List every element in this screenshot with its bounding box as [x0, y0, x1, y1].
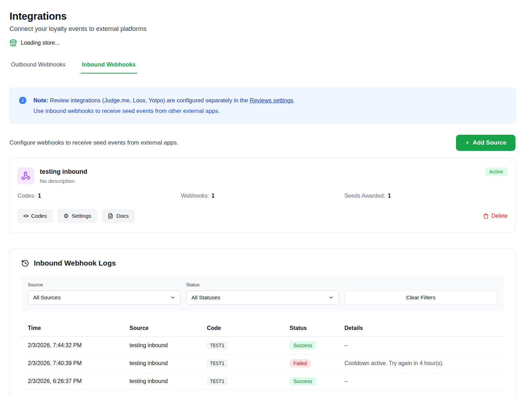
tab-outbound-webhooks[interactable]: Outbound Webhooks — [10, 61, 67, 74]
info-banner-text: Note: Review integrations (Judge.me, Loo… — [33, 95, 295, 116]
column-header-time: Time — [21, 321, 129, 337]
info-banner-line2: Use inbound webhooks to receive seed eve… — [33, 106, 295, 116]
info-banner-line1: Note: Review integrations (Judge.me, Loo… — [33, 95, 295, 106]
source-filter: Source All Sources — [28, 282, 180, 305]
source-stats-row: Codes:1 Webhooks:1 Seeds Awarded:1 — [17, 193, 508, 199]
add-source-button[interactable]: + Add Source — [456, 135, 515, 151]
webhook-icon-box — [17, 167, 34, 184]
status-badge: Active — [485, 167, 508, 176]
settings-button[interactable]: ⚙ Settings — [57, 209, 97, 223]
stat-codes-label: Codes: — [18, 193, 36, 199]
log-details: Cooldown active. Try again in 4 hour(s). — [344, 355, 504, 372]
plus-icon: + — [465, 139, 469, 147]
webhook-icon — [21, 171, 30, 180]
configure-row: Configure webhooks to receive seed event… — [10, 135, 515, 151]
chevron-down-icon — [329, 295, 334, 300]
info-banner: i Note: Review integrations (Judge.me, L… — [10, 88, 515, 123]
log-details: – — [344, 372, 504, 390]
docs-button[interactable]: Docs — [102, 209, 134, 223]
source-card: testing inbound No description Active Co… — [10, 158, 515, 232]
logs-title: Inbound Webhook Logs — [34, 259, 116, 267]
store-loading-row: Loading store... — [10, 39, 515, 46]
inbound-webhook-logs-card: Inbound Webhook Logs Source All Sources … — [10, 248, 515, 395]
stat-codes: Codes:1 — [18, 193, 181, 199]
column-header-source: Source — [129, 321, 207, 337]
log-time: 2/3/2026, 7:40:39 PM — [21, 355, 129, 372]
table-row: Success — [21, 390, 504, 395]
log-details — [344, 390, 504, 395]
log-source: testing inbound — [129, 337, 207, 355]
page-title: Integrations — [10, 11, 515, 22]
status-filter: Status All Statuses — [186, 282, 339, 305]
store-loading-text: Loading store... — [21, 40, 59, 46]
add-source-label: Add Source — [473, 139, 506, 146]
source-card-header: testing inbound No description Active — [17, 167, 508, 184]
source-name: testing inbound — [40, 168, 87, 176]
configure-text: Configure webhooks to receive seed event… — [10, 139, 178, 146]
gear-icon: ⚙ — [63, 212, 69, 220]
column-header-details: Details — [344, 321, 504, 337]
info-icon: i — [19, 97, 26, 104]
stat-seeds-awarded-label: Seeds Awarded: — [344, 193, 385, 199]
reviews-settings-link[interactable]: Reviews settings — [250, 97, 293, 103]
delete-button[interactable]: Delete — [483, 213, 508, 219]
log-code-badge: TEST1 — [207, 377, 228, 385]
stat-webhooks: Webhooks:1 — [181, 193, 344, 199]
codes-button[interactable]: <> Codes — [17, 209, 53, 223]
column-header-status: Status — [290, 321, 344, 337]
log-source: testing inbound — [129, 355, 207, 372]
log-time: 2/3/2026, 6:26:37 PM — [21, 372, 129, 390]
clear-filters-col: Clear Filters — [344, 282, 497, 305]
tab-inbound-webhooks[interactable]: Inbound Webhooks — [81, 61, 137, 74]
note-suffix: . — [293, 97, 295, 103]
status-filter-value: All Statuses — [191, 294, 220, 301]
log-source: testing inbound — [129, 372, 207, 390]
log-details: – — [344, 337, 504, 355]
table-row: 2/3/2026, 7:44:32 PM testing inbound TES… — [21, 337, 504, 355]
status-filter-select[interactable]: All Statuses — [186, 291, 339, 305]
chevron-down-icon — [170, 295, 175, 300]
log-status-badge: Success — [290, 341, 316, 350]
log-source — [129, 390, 207, 395]
source-filter-label: Source — [28, 282, 180, 287]
log-code-badge: TEST1 — [207, 359, 228, 367]
tab-bar: Outbound Webhooks Inbound Webhooks — [10, 61, 515, 74]
log-time: 2/3/2026, 7:44:32 PM — [21, 337, 129, 355]
store-icon — [10, 39, 17, 46]
logs-table: Time Source Code Status Details 2/3/2026… — [21, 321, 504, 395]
log-status-badge: Success — [290, 377, 316, 386]
logs-header: Inbound Webhook Logs — [21, 259, 504, 267]
stat-seeds-awarded-value: 1 — [388, 193, 391, 199]
clear-filters-button[interactable]: Clear Filters — [344, 290, 497, 305]
logs-table-header-row: Time Source Code Status Details — [21, 321, 504, 337]
delete-button-label: Delete — [492, 213, 508, 219]
trash-icon — [483, 213, 489, 219]
stat-codes-value: 1 — [38, 193, 41, 199]
stat-webhooks-label: Webhooks: — [181, 193, 209, 199]
stat-seeds-awarded: Seeds Awarded:1 — [344, 193, 508, 199]
docs-button-label: Docs — [116, 213, 128, 219]
integrations-page: Integrations Connect your loyalty events… — [0, 0, 532, 395]
codes-button-label: Codes — [31, 213, 47, 219]
document-icon — [108, 213, 113, 219]
note-text: Review integrations (Judge.me, Loox, Yot… — [48, 97, 249, 103]
code-brackets-icon: <> — [23, 213, 28, 219]
log-status-badge: Failed — [290, 359, 311, 368]
stat-webhooks-value: 1 — [211, 193, 215, 199]
table-row: 2/3/2026, 6:26:37 PM testing inbound TES… — [21, 372, 504, 390]
log-code-badge: TEST1 — [207, 342, 228, 349]
table-row: 2/3/2026, 7:40:39 PM testing inbound TES… — [21, 355, 504, 372]
status-filter-label: Status — [186, 282, 339, 287]
source-title-block: testing inbound No description — [40, 167, 87, 184]
page-subtitle: Connect your loyalty events to external … — [10, 25, 515, 33]
history-icon — [21, 259, 29, 267]
source-filter-select[interactable]: All Sources — [28, 291, 180, 305]
settings-button-label: Settings — [71, 213, 91, 219]
log-time — [21, 390, 129, 395]
column-header-code: Code — [207, 321, 290, 337]
note-label: Note: — [33, 97, 48, 103]
source-description: No description — [40, 178, 87, 184]
source-actions-row: <> Codes ⚙ Settings Docs De — [17, 209, 508, 223]
logs-filters: Source All Sources Status All Statuses C… — [21, 275, 504, 312]
source-filter-value: All Sources — [33, 294, 61, 301]
